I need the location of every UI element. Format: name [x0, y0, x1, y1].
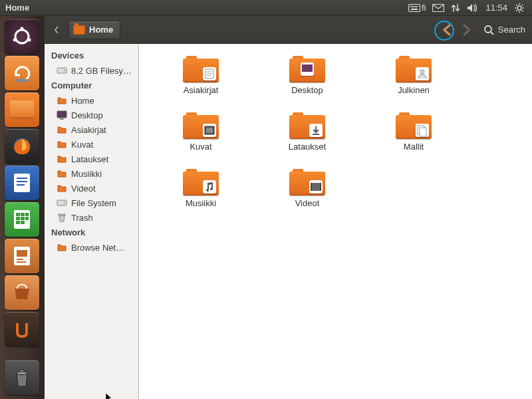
sidebar-item-label: Browse Net…: [71, 243, 124, 253]
breadcrumb[interactable]: Home: [68, 21, 120, 39]
folder-asiakirjat[interactable]: Asiakirjat: [151, 53, 251, 98]
svg-line-42: [491, 32, 493, 35]
sidebar-item-computer-1[interactable]: Desktop: [47, 108, 136, 122]
folder-icon: [183, 112, 219, 139]
launcher-trash[interactable]: [5, 360, 39, 395]
search-label: Search: [498, 25, 525, 35]
folder-label: Julkinen: [398, 85, 430, 95]
drive-icon: [57, 198, 67, 208]
svg-rect-30: [16, 217, 20, 220]
path-toggle-button[interactable]: [49, 22, 65, 38]
folder-label: Musiikki: [186, 198, 216, 208]
launcher-software-center[interactable]: [5, 275, 39, 310]
folder-videot[interactable]: Videot: [257, 166, 357, 211]
network-indicator[interactable]: [448, 0, 464, 15]
svg-rect-32: [25, 217, 29, 220]
nav-back-highlight: [434, 21, 454, 41]
volume-indicator[interactable]: [464, 0, 482, 15]
launcher-update-manager[interactable]: [5, 56, 39, 90]
sidebar-item-computer-6[interactable]: Videot: [47, 181, 136, 196]
folder-musiikki[interactable]: Musiikki: [151, 166, 251, 211]
session-indicator[interactable]: [511, 0, 528, 15]
svg-rect-58: [206, 128, 213, 133]
public-badge-icon: [416, 67, 429, 80]
svg-rect-46: [60, 118, 64, 120]
launcher-ubuntu-one[interactable]: [5, 312, 39, 346]
svg-point-20: [15, 78, 29, 82]
svg-rect-5: [411, 9, 418, 10]
folder-icon: [289, 112, 325, 139]
svg-rect-34: [21, 221, 25, 224]
sidebar-header-network: Network: [47, 225, 136, 240]
folder-icon: [183, 56, 219, 82]
templates-badge-icon: [416, 124, 429, 137]
svg-rect-24: [17, 181, 27, 182]
desktop-badge-icon: [301, 63, 314, 76]
launcher-nautilus[interactable]: [5, 92, 39, 127]
folder-icon: [396, 56, 432, 82]
folder-icon: [289, 169, 325, 196]
sidebar-item-computer-5[interactable]: Musiikki: [47, 166, 136, 181]
svg-line-13: [522, 10, 523, 11]
sidebar-item-computer-3[interactable]: Kuvat: [47, 137, 136, 152]
sidebar-item-computer-4[interactable]: Lataukset: [47, 152, 136, 166]
svg-point-48: [64, 202, 65, 203]
keyboard-indicator[interactable]: fi: [405, 0, 430, 15]
mail-indicator[interactable]: [429, 0, 448, 15]
folder-desktop[interactable]: Desktop: [257, 53, 357, 98]
svg-rect-3: [414, 6, 416, 7]
home-folder-icon: [73, 25, 85, 35]
search-button[interactable]: Search: [483, 25, 525, 35]
drive-icon: [57, 65, 67, 76]
svg-rect-1: [410, 6, 412, 7]
sidebar-item-label: Videot: [71, 184, 96, 194]
sidebar-item-computer-2[interactable]: Asiakirjat: [47, 122, 136, 137]
launcher-calc[interactable]: [5, 202, 39, 237]
svg-rect-33: [16, 221, 20, 224]
folder-icon: [289, 56, 325, 82]
breadcrumb-label: Home: [89, 25, 113, 35]
svg-rect-0: [408, 4, 420, 11]
clock-label: 11:54: [485, 3, 507, 13]
folder-kuvat[interactable]: Kuvat: [151, 110, 251, 154]
sidebar-item-computer-8[interactable]: Trash: [47, 210, 136, 225]
nav-forward-button[interactable]: [458, 22, 474, 38]
svg-rect-31: [21, 217, 25, 220]
launcher-firefox[interactable]: [5, 129, 39, 164]
mouse-cursor: [105, 392, 113, 399]
nautilus-sidebar: Devices 8,2 GB Filesy… Computer HomeDesk…: [45, 44, 139, 399]
svg-rect-4: [416, 6, 418, 7]
svg-rect-37: [17, 259, 23, 260]
folder-lataukset[interactable]: Lataukset: [257, 110, 357, 154]
folder-icon: [57, 183, 67, 194]
svg-point-16: [15, 30, 29, 43]
videos-badge-icon: [309, 180, 323, 194]
launcher-writer[interactable]: [5, 166, 39, 200]
sidebar-item-label: Trash: [71, 213, 93, 223]
unity-launcher: [0, 16, 44, 399]
sidebar-item-computer-0[interactable]: Home: [47, 93, 136, 108]
launcher-dash[interactable]: [5, 19, 39, 54]
search-icon: [483, 25, 494, 35]
svg-rect-22: [14, 174, 30, 192]
sidebar-item-devices-0[interactable]: 8,2 GB Filesy…: [47, 63, 136, 78]
folder-label: Lataukset: [289, 142, 326, 152]
clock-indicator[interactable]: 11:54: [482, 0, 511, 15]
sidebar-header-devices: Devices: [47, 48, 136, 63]
launcher-impress[interactable]: [5, 239, 39, 273]
sidebar-item-computer-7[interactable]: File System: [47, 196, 136, 210]
svg-rect-40: [20, 370, 24, 372]
folder-icon: [183, 169, 219, 196]
sidebar-item-label: Desktop: [71, 110, 103, 120]
folder-julkinen[interactable]: Julkinen: [364, 53, 464, 98]
sidebar-item-label: Kuvat: [71, 140, 93, 150]
svg-rect-61: [420, 128, 426, 136]
folder-icon: [396, 112, 432, 139]
pictures-badge-icon: [203, 124, 216, 137]
folder-icon: [57, 242, 67, 253]
folder-mallit[interactable]: Mallit: [364, 110, 464, 154]
downloads-badge-icon: [309, 124, 323, 137]
nautilus-icon-pane[interactable]: AsiakirjatDesktopJulkinenKuvatLatauksetM…: [139, 44, 532, 399]
sidebar-item-network-0[interactable]: Browse Net…: [47, 240, 136, 255]
top-panel: Home fi 11:54: [0, 0, 532, 16]
